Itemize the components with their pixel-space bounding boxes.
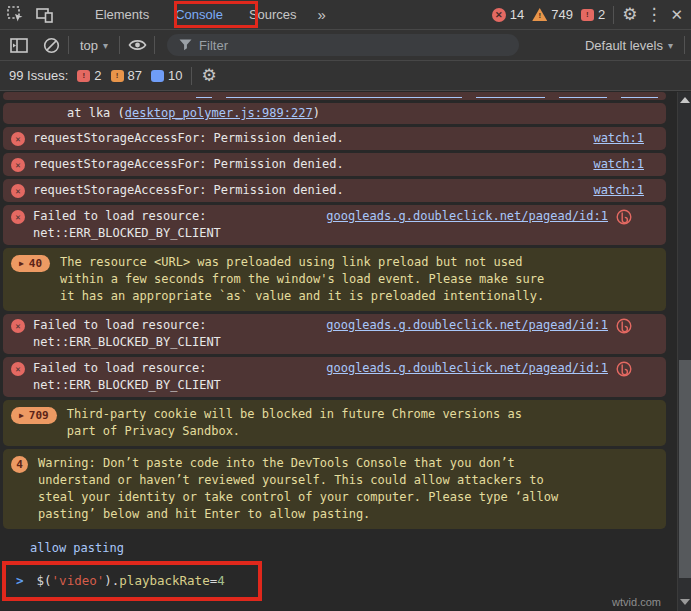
error-text: Failed to load resource: — [33, 208, 206, 225]
source-link[interactable]: googleads.g.doubleclick.net/pagead/id:1 — [326, 317, 608, 334]
divider — [154, 36, 155, 54]
eye-icon — [128, 38, 147, 52]
log-levels-dropdown[interactable]: Default levels ▾ — [576, 38, 682, 53]
console-error-row: ✕ requestStorageAccessFor: Permission de… — [3, 179, 666, 202]
console-toolbar: top ▾ Filter Default levels ▾ — [0, 30, 691, 61]
issues-label: 99 Issues: — [9, 68, 68, 83]
source-link[interactable]: watch:1 — [593, 130, 658, 147]
source-link[interactable]: desktop_polymer.js:989:227 — [125, 106, 313, 120]
error-text: net::ERR_BLOCKED_BY_CLIENT — [11, 334, 658, 351]
link-fragment — [226, 94, 463, 98]
divider — [684, 36, 685, 54]
error-icon: ✕ — [11, 184, 25, 198]
devtools-tabbar: Elements Console Sources » ✕ 14 ! 749 ! … — [0, 0, 691, 30]
red-issue-icon: ! — [77, 70, 90, 82]
error-count-button[interactable]: ✕ 14 — [492, 7, 524, 22]
source-link[interactable]: googleads.g.doubleclick.net/pagead/id:1 — [326, 360, 608, 377]
live-expression-button[interactable] — [122, 32, 152, 58]
tab-elements-label: Elements — [95, 7, 149, 22]
clear-console-icon — [43, 37, 60, 54]
issues-orange-count[interactable]: ! 87 — [111, 68, 142, 83]
blocked-request-icon[interactable] — [616, 209, 632, 225]
warning-repeat-count: 709 — [29, 407, 49, 424]
warning-group-badge[interactable]: ▶ 709 — [11, 407, 57, 424]
error-text: requestStorageAccessFor: Permission deni… — [33, 130, 344, 147]
tab-sources-label: Sources — [249, 7, 297, 22]
console-sidebar-toggle[interactable] — [4, 32, 34, 58]
console-warning-group: ▶ 709 Third-party cookie will be blocked… — [3, 400, 666, 446]
warning-count-button[interactable]: ! 749 — [532, 7, 573, 22]
console-error-row: ✕ Failed to load resource: googleads.g.d… — [3, 314, 666, 354]
more-tabs-icon: » — [318, 6, 326, 23]
funnel-filter-icon — [179, 39, 192, 51]
scroll-down-arrow[interactable] — [680, 599, 690, 605]
scrollbar[interactable] — [677, 92, 691, 611]
console-prompt[interactable]: > $('video').playbackRate=4 — [0, 565, 677, 597]
kebab-menu-icon[interactable]: ⋮ — [645, 4, 662, 25]
clear-console-button[interactable] — [36, 32, 66, 58]
clipped-message-row — [3, 92, 666, 100]
link-fragment — [621, 94, 658, 98]
more-tabs-button[interactable]: » — [310, 6, 334, 23]
warning-repeat-count: 40 — [29, 255, 42, 272]
settings-gear-icon[interactable]: ⚙ — [622, 4, 637, 25]
source-link[interactable]: watch:1 — [593, 156, 658, 173]
console-error-row: ✕ requestStorageAccessFor: Permission de… — [3, 127, 666, 150]
issues-settings-gear-icon[interactable]: ⚙ — [201, 65, 216, 86]
chevron-down-icon: ▾ — [103, 40, 108, 51]
context-selector[interactable]: top ▾ — [71, 38, 117, 53]
divider — [613, 6, 614, 24]
collapsed-triangle-icon: ▶ — [19, 407, 24, 424]
stack-text: at lka ( — [67, 106, 125, 120]
prompt-chevron-icon: > — [16, 572, 24, 590]
issues-bar: 99 Issues: ! 2 ! 87 10 ⚙ — [0, 61, 691, 91]
blocked-request-icon[interactable] — [616, 361, 632, 377]
error-text: requestStorageAccessFor: Permission deni… — [33, 182, 344, 199]
device-toolbar-button[interactable] — [30, 2, 60, 28]
blocked-request-icon[interactable] — [616, 318, 632, 334]
watermark: wtvid.com — [612, 596, 661, 608]
source-link[interactable]: watch:1 — [593, 182, 658, 199]
filter-placeholder: Filter — [199, 38, 228, 53]
error-text: requestStorageAccessFor: Permission deni… — [33, 156, 344, 173]
issues-count-button[interactable]: ! 2 — [581, 7, 605, 22]
filter-input[interactable]: Filter — [167, 34, 519, 56]
error-icon: ✕ — [11, 362, 25, 376]
issues-red-count[interactable]: ! 2 — [77, 68, 101, 83]
warning-text: Warning: Don’t paste code into the DevTo… — [38, 455, 558, 523]
divider — [119, 36, 120, 54]
scrollbar-thumb[interactable] — [679, 360, 691, 578]
warning-group-badge[interactable]: ▶ 40 — [11, 255, 50, 272]
command-echo: allow pasting — [0, 537, 669, 560]
console-error-stack-row: at lka (desktop_polymer.js:989:227) — [3, 103, 666, 124]
link-fragment — [476, 94, 545, 98]
source-link[interactable]: googleads.g.doubleclick.net/pagead/id:1 — [326, 208, 608, 225]
console-error-row: ✕ Failed to load resource: googleads.g.d… — [3, 205, 666, 245]
scroll-up-arrow[interactable] — [680, 97, 690, 103]
tab-sources[interactable]: Sources — [236, 0, 310, 29]
tab-console[interactable]: Console — [162, 0, 236, 29]
warning-text: The resource <URL> was preloaded using l… — [60, 254, 544, 305]
console-warning-row: 4 Warning: Don’t paste code into the Dev… — [3, 449, 666, 529]
message-count: 2 — [598, 7, 605, 22]
console-warning-group: ▶ 40 The resource <URL> was preloaded us… — [3, 248, 666, 311]
tab-console-label: Console — [175, 7, 223, 22]
message-bubble-icon: ! — [581, 9, 594, 21]
inspect-element-button[interactable] — [0, 2, 30, 28]
error-icon: ✕ — [11, 210, 25, 224]
error-text: net::ERR_BLOCKED_BY_CLIENT — [11, 225, 658, 242]
context-selector-value: top — [80, 38, 98, 53]
sidebar-panel-icon — [10, 38, 28, 53]
issues-blue-count[interactable]: 10 — [151, 68, 182, 83]
warning-count: 749 — [551, 7, 573, 22]
warning-icon: ! — [532, 8, 547, 21]
error-icon: ✕ — [492, 8, 506, 22]
tab-elements[interactable]: Elements — [82, 0, 162, 29]
close-icon[interactable]: ✕ — [670, 6, 683, 24]
stack-text: ) — [313, 106, 320, 120]
blue-issue-icon — [151, 70, 164, 82]
link-fragment — [559, 94, 606, 98]
console-input[interactable]: $('video').playbackRate=4 — [37, 572, 225, 590]
device-toolbar-icon — [36, 7, 54, 23]
error-text: Failed to load resource: — [33, 317, 206, 334]
